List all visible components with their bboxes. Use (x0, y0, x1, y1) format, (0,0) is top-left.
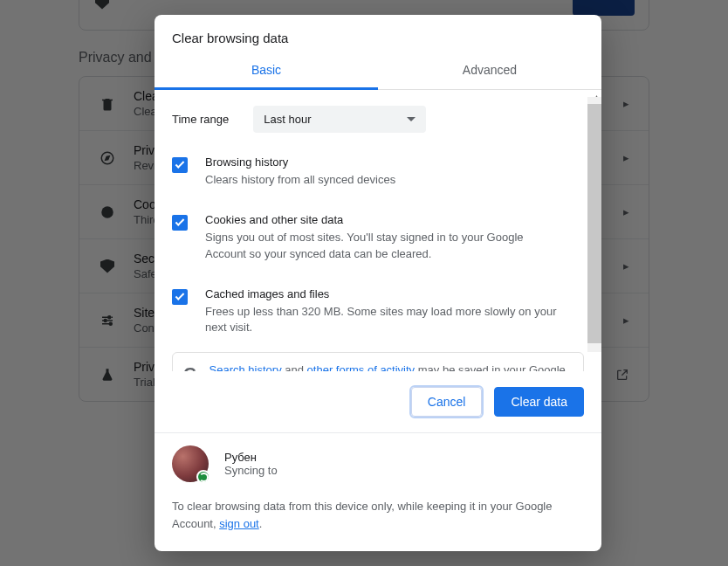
clear-data-button[interactable]: Clear data (494, 387, 584, 417)
time-range-select[interactable]: Last hour (253, 106, 426, 133)
google-logo-icon: G (183, 362, 197, 371)
checkbox-cookies[interactable] (172, 215, 188, 231)
tab-basic[interactable]: Basic (155, 54, 378, 90)
checkbox-cache[interactable] (172, 289, 188, 305)
sign-out-note: To clear browsing data from this device … (155, 494, 601, 551)
sync-badge-icon (196, 470, 210, 484)
cancel-button[interactable]: Cancel (411, 387, 483, 417)
profile-row: Рубен Syncing to (155, 433, 601, 494)
search-history-link[interactable]: Search history (209, 363, 282, 371)
option-cache[interactable]: Cached images and files Frees up less th… (172, 275, 584, 349)
other-activity-link[interactable]: other forms of activity (307, 363, 416, 371)
google-activity-info: G Search history and other forms of acti… (172, 352, 584, 371)
dialog-actions: Cancel Clear data (155, 371, 601, 433)
chevron-down-icon (407, 117, 416, 121)
sign-out-link[interactable]: sign out (219, 517, 259, 530)
time-range-value: Last hour (264, 113, 311, 126)
clear-browsing-data-dialog: Clear browsing data Basic Advanced ▴ Tim… (155, 15, 601, 551)
dialog-title: Clear browsing data (155, 15, 601, 54)
time-range-label: Time range (172, 113, 229, 126)
option-cookies[interactable]: Cookies and other site data Signs you ou… (172, 201, 584, 275)
option-browsing-history[interactable]: Browsing history Clears history from all… (172, 143, 584, 201)
profile-status: Syncing to (224, 464, 278, 477)
checkbox-browsing-history[interactable] (172, 157, 188, 173)
profile-name: Рубен (224, 451, 278, 464)
tab-advanced[interactable]: Advanced (378, 54, 601, 89)
scrollbar-thumb[interactable] (587, 104, 601, 343)
dialog-tabs: Basic Advanced (155, 54, 601, 90)
